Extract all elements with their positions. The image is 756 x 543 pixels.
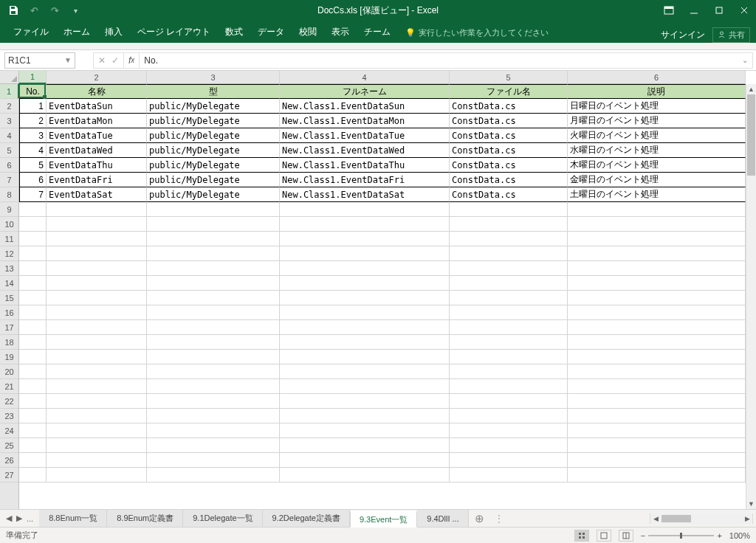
cell[interactable]: [280, 394, 450, 409]
cell[interactable]: [280, 364, 450, 379]
cell[interactable]: [450, 246, 568, 261]
qat-menu-icon[interactable]: ▾: [69, 4, 81, 16]
cell[interactable]: [147, 379, 280, 394]
cell[interactable]: [147, 320, 280, 335]
cell[interactable]: New.Class1.EventDataWed: [280, 143, 450, 158]
tab-formulas[interactable]: 数式: [218, 21, 250, 43]
cell[interactable]: [47, 364, 147, 379]
cell[interactable]: ConstData.cs: [450, 173, 568, 187]
cell[interactable]: [450, 232, 568, 246]
row-header-20[interactable]: 20: [0, 364, 18, 379]
cell[interactable]: [47, 409, 147, 423]
cell[interactable]: [568, 364, 746, 379]
cell[interactable]: New.Class1.EventDataSat: [280, 187, 450, 202]
cell[interactable]: public/MyDelegate: [147, 114, 280, 128]
cell[interactable]: [568, 276, 746, 291]
row-header-23[interactable]: 23: [0, 409, 18, 423]
cell[interactable]: [19, 468, 47, 483]
cell[interactable]: [568, 379, 746, 394]
cell[interactable]: [568, 350, 746, 364]
cell[interactable]: [147, 232, 280, 246]
tab-insert[interactable]: 挿入: [97, 21, 130, 43]
cell[interactable]: New.Class1.EventDataMon: [280, 114, 450, 128]
row-header-5[interactable]: 5: [0, 143, 18, 158]
row-header-24[interactable]: 24: [0, 423, 18, 438]
zoom-in-icon[interactable]: +: [717, 531, 721, 540]
cell[interactable]: 7: [19, 187, 47, 202]
cell[interactable]: [19, 291, 47, 305]
cell[interactable]: [147, 350, 280, 364]
cell[interactable]: [47, 261, 147, 276]
tab-nav-prev-icon[interactable]: ◀: [6, 513, 12, 523]
cell[interactable]: New.Class1.EventDataTue: [280, 128, 450, 143]
cell[interactable]: [280, 350, 450, 364]
tab-file[interactable]: ファイル: [6, 21, 56, 43]
cell[interactable]: ConstData.cs: [450, 114, 568, 128]
cell[interactable]: public/MyDelegate: [147, 187, 280, 202]
cell[interactable]: New.Class1.EventDataThu: [280, 158, 450, 173]
cell[interactable]: [450, 394, 568, 409]
cell[interactable]: [568, 232, 746, 246]
cell[interactable]: [568, 202, 746, 217]
cell[interactable]: [47, 438, 147, 453]
cell[interactable]: [19, 438, 47, 453]
cell[interactable]: [47, 276, 147, 291]
cell[interactable]: 4: [19, 143, 47, 158]
col-header-3[interactable]: 3: [147, 71, 280, 83]
save-icon[interactable]: [7, 4, 19, 16]
cell[interactable]: [280, 438, 450, 453]
view-page-layout-button[interactable]: [597, 530, 611, 542]
cell[interactable]: 火曜日のイベント処理: [568, 128, 746, 143]
cell[interactable]: [47, 350, 147, 364]
row-header-14[interactable]: 14: [0, 276, 18, 291]
row-header-10[interactable]: 10: [0, 217, 18, 232]
cell[interactable]: [568, 217, 746, 232]
cell[interactable]: [450, 202, 568, 217]
cell[interactable]: [47, 246, 147, 261]
scroll-right-icon[interactable]: ▶: [742, 515, 752, 522]
cell[interactable]: [47, 232, 147, 246]
cell[interactable]: EventDataSun: [47, 99, 147, 114]
ribbon-display-icon[interactable]: [663, 4, 675, 16]
cell[interactable]: [280, 423, 450, 438]
minimize-icon[interactable]: [688, 4, 700, 16]
cell[interactable]: [280, 453, 450, 468]
cell[interactable]: [147, 305, 280, 320]
cell[interactable]: [450, 468, 568, 483]
scroll-up-icon[interactable]: ▲: [746, 84, 756, 94]
cell[interactable]: EventDataMon: [47, 114, 147, 128]
cell[interactable]: [568, 423, 746, 438]
cell[interactable]: public/MyDelegate: [147, 143, 280, 158]
vertical-scrollbar[interactable]: ▲ ▼: [746, 84, 756, 509]
cell[interactable]: [568, 438, 746, 453]
tab-nav-next-icon[interactable]: ▶: [16, 513, 22, 523]
row-header-17[interactable]: 17: [0, 320, 18, 335]
select-all-triangle[interactable]: [0, 71, 19, 84]
cell[interactable]: [19, 276, 47, 291]
maximize-icon[interactable]: [713, 4, 725, 16]
table-header-cell[interactable]: フルネーム: [280, 84, 450, 99]
cell[interactable]: [19, 335, 47, 350]
row-header-16[interactable]: 16: [0, 305, 18, 320]
row-header-13[interactable]: 13: [0, 261, 18, 276]
cell[interactable]: [280, 379, 450, 394]
cell[interactable]: [568, 305, 746, 320]
cell[interactable]: [280, 409, 450, 423]
cell[interactable]: [568, 468, 746, 483]
cell[interactable]: ConstData.cs: [450, 128, 568, 143]
cell[interactable]: 水曜日のイベント処理: [568, 143, 746, 158]
row-header-27[interactable]: 27: [0, 468, 18, 483]
cell[interactable]: [568, 246, 746, 261]
cell[interactable]: [19, 202, 47, 217]
cell[interactable]: public/MyDelegate: [147, 99, 280, 114]
cell[interactable]: [19, 320, 47, 335]
table-header-cell[interactable]: No.: [19, 84, 47, 99]
cell[interactable]: [147, 276, 280, 291]
row-header-7[interactable]: 7: [0, 173, 18, 187]
tab-split-handle[interactable]: ⋮: [490, 513, 508, 524]
horizontal-scrollbar[interactable]: ◀ ▶: [650, 513, 753, 524]
formula-expand-icon[interactable]: ⌄: [742, 56, 748, 64]
formula-bar[interactable]: No. ⌄: [139, 52, 753, 69]
cell[interactable]: [47, 394, 147, 409]
cell[interactable]: [280, 232, 450, 246]
